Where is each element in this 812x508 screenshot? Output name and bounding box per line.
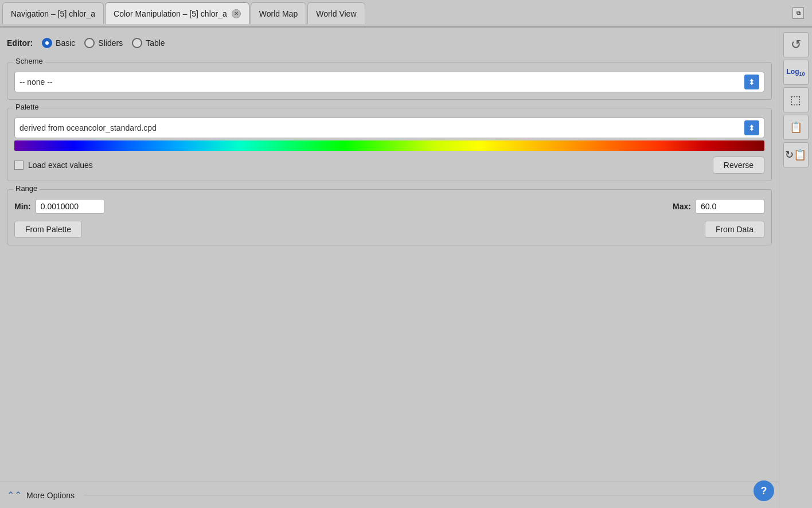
load-exact-row: Load exact values Reverse [14,157,764,174]
scheme-arrow-icon[interactable]: ⬍ [744,75,759,89]
tab-color-manipulation[interactable]: Color Manipulation – [5] chlor_a ✕ [105,2,249,24]
tab-navigation[interactable]: Navigation – [5] chlor_a [2,2,104,24]
radio-basic-circle [42,38,52,48]
color-table-button[interactable]: ⬚ [783,87,809,112]
radio-table-label: Table [146,38,165,48]
undo-icon: ↺ [791,37,801,52]
content-wrapper: Editor: Basic Sliders Table [0,28,779,508]
load-exact-checkbox[interactable] [14,161,24,170]
right-toolbar: ↺ Log10 ⬚ 📋 ↻📋 [779,28,812,508]
load-exact-label: Load exact values [28,161,93,170]
radio-basic[interactable]: Basic [42,38,75,48]
palette-group: Palette derived from oceancolor_standard… [7,108,772,181]
radio-group: Basic Sliders Table [42,38,165,48]
range-group: Range Min: Max: From Palette From Data [7,189,772,245]
content-area: Editor: Basic Sliders Table [0,28,779,508]
help-button[interactable]: ? [754,480,774,501]
scheme-group: Scheme -- none -- ⬍ [7,62,772,100]
radio-basic-label: Basic [56,38,75,48]
from-palette-button[interactable]: From Palette [14,221,82,238]
tab-world-view-label: World View [316,9,356,18]
palette-arrow-icon[interactable]: ⬍ [744,120,759,135]
export-icon: ↻📋 [785,149,806,161]
tab-world-map[interactable]: World Map [251,2,306,24]
tab-close-icon[interactable]: ✕ [232,9,241,18]
undo-button[interactable]: ↺ [783,32,809,57]
radio-sliders[interactable]: Sliders [84,38,123,48]
range-min-label: Min: [14,202,31,211]
range-title: Range [13,184,40,193]
radio-sliders-circle [84,38,95,48]
color-table-icon: ⬚ [790,93,801,107]
load-exact-checkbox-row: Load exact values [14,161,93,170]
tab-world-map-label: World Map [259,9,298,18]
from-data-button[interactable]: From Data [705,221,764,238]
range-buttons-row: From Palette From Data [14,221,764,238]
range-row: Min: Max: [14,199,764,214]
reverse-button[interactable]: Reverse [713,157,764,174]
more-options-bar: ⌃⌃ More Options [0,482,779,508]
radio-table[interactable]: Table [132,38,165,48]
scheme-value: -- none -- [19,77,744,87]
range-max-item: Max: [673,199,764,214]
more-options-label: More Options [26,491,75,500]
export-button[interactable]: ↻📋 [783,142,809,167]
import-icon: 📋 [790,121,802,134]
palette-value: derived from oceancolor_standard.cpd [19,123,744,132]
range-max-label: Max: [673,202,691,211]
restore-button[interactable]: ⧉ [793,7,804,19]
scheme-select[interactable]: -- none -- ⬍ [14,72,764,92]
tab-color-manipulation-label: Color Manipulation – [5] chlor_a [114,9,227,18]
palette-title: Palette [13,103,41,111]
color-gradient-bar [14,140,764,151]
log10-icon: Log10 [786,68,805,77]
scheme-title: Scheme [13,57,45,65]
main-layout: Editor: Basic Sliders Table [0,28,812,508]
range-min-input[interactable] [36,199,104,214]
more-options-divider [84,495,772,495]
import-button[interactable]: 📋 [783,115,809,140]
more-options-chevron-icon[interactable]: ⌃⌃ [7,490,22,501]
help-icon: ? [761,485,767,497]
editor-label: Editor: [7,38,33,48]
tab-navigation-label: Navigation – [5] chlor_a [11,9,95,18]
range-max-input[interactable] [696,199,764,214]
log10-button[interactable]: Log10 [783,60,809,85]
tab-bar: Navigation – [5] chlor_a Color Manipulat… [0,0,812,28]
tab-world-view[interactable]: World View [307,2,365,24]
radio-table-circle [132,38,142,48]
palette-select[interactable]: derived from oceancolor_standard.cpd ⬍ [14,118,764,138]
range-min-item: Min: [14,199,104,214]
radio-sliders-label: Sliders [98,38,123,48]
editor-row: Editor: Basic Sliders Table [7,34,772,52]
